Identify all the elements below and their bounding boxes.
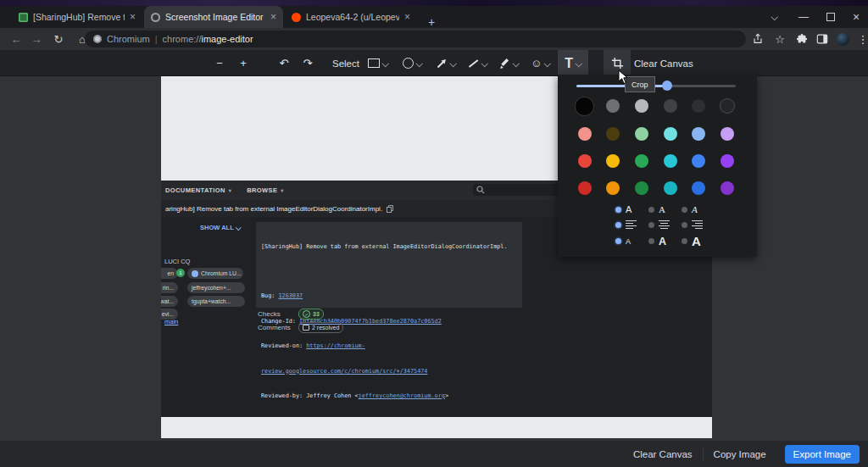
text-tool-button[interactable]: T (558, 50, 588, 76)
window-close-button[interactable]: × (844, 6, 868, 28)
tab-sharinghub[interactable]: [SharingHub] Remove tab from e × (12, 6, 142, 28)
profile-avatar[interactable] (832, 28, 853, 50)
clear-canvas-button[interactable]: Clear Canvas (623, 445, 703, 464)
color-swatch[interactable] (606, 99, 620, 113)
radio[interactable] (682, 207, 687, 213)
window-minimize-button[interactable]: — (792, 6, 815, 28)
omnibox[interactable]: Chromium | chrome://image-editor (85, 31, 746, 47)
commit-line (261, 268, 517, 276)
gerrit-checks-row: Checks ✓ 33 (258, 309, 324, 320)
chevron-down-icon[interactable] (513, 60, 520, 67)
tab-close-icon[interactable]: × (270, 11, 276, 23)
gerrit-branch-link: main (164, 318, 178, 325)
zoom-out-button[interactable]: − (212, 50, 227, 76)
color-swatch[interactable] (664, 99, 677, 113)
color-swatch[interactable] (664, 154, 677, 168)
color-swatch[interactable] (606, 181, 620, 195)
radio-selected[interactable] (615, 207, 621, 213)
color-swatch[interactable] (692, 99, 705, 113)
color-swatch[interactable] (692, 181, 705, 195)
color-swatch[interactable] (606, 154, 620, 168)
font-serif-option[interactable]: A (648, 204, 682, 214)
zoom-in-button[interactable]: + (236, 50, 251, 76)
radio-selected[interactable] (615, 238, 621, 244)
emoji-icon: ☺ (531, 57, 542, 69)
text-tool-options-panel: A A A A A A (558, 75, 757, 257)
radio[interactable] (648, 207, 654, 213)
size-large-option[interactable]: A (682, 234, 715, 248)
align-center-option[interactable] (648, 220, 682, 230)
forward-icon[interactable]: → (27, 28, 46, 50)
tab-close-icon[interactable]: × (130, 11, 136, 23)
chevron-down-icon[interactable] (481, 60, 488, 67)
tab-screenshot-image-editor[interactable]: Screenshot Image Editor × (144, 6, 283, 28)
color-swatch[interactable] (664, 127, 677, 141)
size-slider[interactable] (576, 80, 736, 92)
tab-reddit[interactable]: Leopeva64-2 (u/Leopeva64-2) - × (285, 6, 417, 28)
tab-search-chevron-icon[interactable] (763, 6, 787, 28)
chevron-down-icon[interactable] (416, 60, 423, 67)
image-editor-toolbar (0, 50, 868, 76)
color-swatch-selected[interactable] (576, 97, 593, 115)
bookmark-star-icon[interactable]: ☆ (770, 28, 790, 50)
color-swatch[interactable] (721, 154, 734, 168)
select-tool-button[interactable]: Select (332, 50, 359, 76)
color-swatch[interactable] (578, 181, 592, 195)
gerrit-change-title: aringHub] Remove tab from external Image… (165, 205, 382, 213)
size-small-option[interactable]: A (615, 237, 648, 246)
tab-close-icon[interactable]: × (404, 11, 410, 23)
back-icon[interactable]: ← (7, 28, 25, 50)
caret-down-icon: ▾ (281, 187, 283, 193)
radio[interactable] (648, 238, 654, 244)
color-swatch[interactable] (664, 181, 677, 195)
radio[interactable] (648, 222, 654, 228)
line-tool-button[interactable] (468, 50, 487, 76)
rectangle-tool-button[interactable] (368, 50, 388, 76)
copy-image-button[interactable]: Copy Image (704, 445, 776, 464)
window-maximize-button[interactable] (819, 6, 843, 28)
color-swatch[interactable] (635, 154, 648, 168)
emoji-tool-button[interactable]: ☺ (531, 50, 550, 76)
tab-strip: [SharingHub] Remove tab from e × Screens… (0, 6, 868, 28)
chevron-down-icon[interactable] (544, 60, 551, 67)
color-swatch[interactable] (692, 154, 705, 168)
undo-button[interactable]: ↶ (276, 50, 292, 76)
font-sans-option[interactable]: A (615, 204, 648, 214)
color-swatch[interactable] (635, 181, 648, 195)
crop-slider-thumb[interactable] (662, 81, 672, 91)
extensions-puzzle-icon[interactable] (792, 28, 812, 50)
ellipse-tool-button[interactable] (403, 50, 422, 76)
chevron-down-icon[interactable] (450, 60, 457, 67)
radio[interactable] (682, 238, 687, 244)
clear-canvas-toolbar-button[interactable]: Clear Canvas (631, 50, 697, 76)
color-swatch[interactable] (721, 127, 734, 141)
color-swatch[interactable] (721, 99, 734, 113)
color-swatch[interactable] (606, 127, 620, 141)
side-panel-icon[interactable] (812, 28, 832, 50)
arrow-tool-button[interactable] (436, 50, 456, 76)
reload-icon[interactable]: ↻ (49, 28, 68, 50)
gerrit-owner-chip: en (161, 268, 178, 279)
size-medium-option[interactable]: A (648, 236, 682, 247)
color-swatch[interactable] (635, 127, 648, 141)
align-left-option[interactable] (615, 220, 648, 230)
browser-menu-kebab-icon[interactable]: ⋮ (853, 28, 868, 50)
color-swatch[interactable] (578, 127, 592, 141)
font-italic-option[interactable]: A (682, 204, 715, 214)
radio-selected[interactable] (615, 222, 621, 228)
desktop-wallpaper (0, 0, 868, 6)
color-swatch[interactable] (635, 99, 648, 113)
highlighter-tool-button[interactable] (498, 50, 519, 76)
color-swatch[interactable] (692, 127, 705, 141)
text-style-options: A A A A A A (615, 202, 715, 250)
chevron-down-icon[interactable] (382, 60, 389, 67)
redo-button[interactable]: ↷ (300, 50, 315, 76)
color-swatch[interactable] (721, 181, 734, 195)
align-right-option[interactable] (682, 220, 715, 230)
color-swatch[interactable] (578, 154, 592, 168)
export-image-button[interactable]: Export Image (785, 445, 860, 464)
radio[interactable] (682, 222, 687, 228)
chevron-down-icon[interactable] (576, 60, 582, 67)
share-icon[interactable] (748, 28, 768, 50)
check-icon: ✓ (303, 310, 310, 318)
